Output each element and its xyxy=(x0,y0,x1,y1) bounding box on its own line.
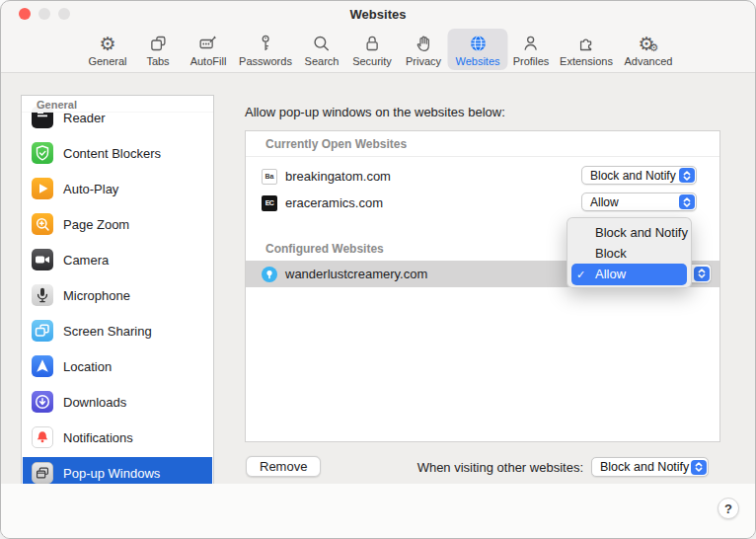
website-domain: breakingatom.com xyxy=(285,169,391,184)
sidebar-section-header: General xyxy=(22,96,213,113)
sidebar-item-page-zoom[interactable]: Page Zoom xyxy=(23,208,212,240)
autofill-icon xyxy=(198,33,218,54)
globe-icon xyxy=(468,33,488,54)
sidebar-item-content-blockers[interactable]: Content Blockers xyxy=(23,137,212,169)
hand-icon xyxy=(414,33,433,54)
gears-icon: ⚙⚙ xyxy=(639,33,659,54)
pane-heading: Allow pop-up windows on the websites bel… xyxy=(245,105,505,119)
tab-websites[interactable]: Websites xyxy=(447,29,507,70)
checkmark-icon: ✓ xyxy=(576,264,585,285)
menu-item-block-and-notify[interactable]: Block and Notify xyxy=(571,222,687,243)
sidebar-item-label: Microphone xyxy=(63,288,130,303)
popup-breakingatom-policy[interactable]: Block and Notify xyxy=(581,166,697,185)
other-websites-label: When visiting other websites: xyxy=(417,460,583,475)
sidebar-item-label: Downloads xyxy=(63,395,126,410)
stepper-icon xyxy=(679,194,695,209)
sidebar-item-label: Camera xyxy=(63,253,109,268)
sidebar-item-label: Content Blockers xyxy=(63,146,161,161)
key-icon xyxy=(256,33,275,54)
person-icon xyxy=(521,33,541,54)
popup-value: Allow xyxy=(582,195,679,209)
zoom-plus-icon xyxy=(32,213,53,235)
window-title: Websites xyxy=(1,1,755,27)
sidebar-item-screen-sharing[interactable]: Screen Sharing xyxy=(23,315,212,346)
screens-icon xyxy=(32,320,53,342)
window-footer: ? xyxy=(1,484,755,538)
help-button[interactable]: ? xyxy=(718,498,739,519)
tab-autofill[interactable]: AutoFill xyxy=(183,29,235,70)
tab-search[interactable]: Search xyxy=(297,29,347,70)
eraceramics-favicon: EC xyxy=(262,195,277,211)
microphone-icon xyxy=(32,284,53,306)
section-title-configured: Configured Websites xyxy=(265,242,384,256)
tab-passwords[interactable]: Passwords xyxy=(231,29,300,70)
tab-extensions[interactable]: Extensions xyxy=(552,29,621,70)
camera-icon xyxy=(32,249,53,270)
sidebar-item-label: Pop-up Windows xyxy=(63,466,160,481)
sidebar-item-label: Page Zoom xyxy=(63,217,129,232)
tab-tabs[interactable]: Tabs xyxy=(138,29,177,70)
settings-toolbar: ⚙ General Tabs Auto xyxy=(1,27,755,72)
sidebar-item-microphone[interactable]: Microphone xyxy=(23,279,212,311)
puzzle-icon xyxy=(576,33,596,54)
tab-profiles[interactable]: Profiles xyxy=(505,29,558,70)
titlebar: Websites xyxy=(1,1,755,27)
menu-item-block[interactable]: Block xyxy=(571,243,687,264)
tabs-icon xyxy=(148,33,168,54)
sidebar-item-label: Auto-Play xyxy=(63,182,118,196)
gear-icon: ⚙ xyxy=(99,33,115,54)
tab-advanced[interactable]: ⚙⚙ Advanced xyxy=(617,29,681,70)
sidebar-item-location[interactable]: Location xyxy=(23,350,212,382)
tab-privacy[interactable]: Privacy xyxy=(398,29,449,70)
sidebar-item-pop-up-windows[interactable]: Pop-up Windows xyxy=(23,457,212,487)
remove-button[interactable]: Remove xyxy=(246,456,321,477)
safari-settings-window: Websites ⚙ General Tabs xyxy=(0,0,756,539)
popup-other-websites-policy[interactable]: Block and Notify xyxy=(591,457,709,477)
section-separator xyxy=(246,156,719,157)
tab-security[interactable]: Security xyxy=(344,29,400,70)
popup-value: Block and Notify xyxy=(592,460,691,474)
section-title-currently-open: Currently Open Websites xyxy=(265,137,407,151)
bell-icon xyxy=(32,426,53,448)
stepper-icon xyxy=(691,460,707,475)
policy-dropdown-menu: Block and Notify Block ✓ Allow xyxy=(567,217,692,288)
wanderlustcreamery-favicon xyxy=(262,267,277,282)
sidebar-item-label: Notifications xyxy=(63,430,133,445)
stepper-icon xyxy=(694,267,710,281)
sidebar-item-label: Location xyxy=(63,359,112,374)
website-domain: eraceramics.com xyxy=(285,195,383,210)
tab-general[interactable]: ⚙ General xyxy=(80,29,134,70)
lock-icon xyxy=(362,33,382,54)
sidebar-item-downloads[interactable]: Downloads xyxy=(23,386,212,418)
stepper-icon xyxy=(679,168,695,183)
shield-check-icon xyxy=(32,142,53,164)
sidebar-item-label: Screen Sharing xyxy=(63,324,152,339)
play-icon xyxy=(32,178,53,199)
popup-eraceramics-policy[interactable]: Allow xyxy=(581,192,697,211)
sidebar-item-camera[interactable]: Camera xyxy=(23,244,212,275)
sidebar-item-auto-play[interactable]: Auto-Play xyxy=(23,173,212,204)
website-domain: wanderlustcreamery.com xyxy=(285,267,427,281)
websites-sidebar: General Reader Content Blockers xyxy=(21,95,214,487)
location-arrow-icon xyxy=(32,355,53,377)
popup-value: Block and Notify xyxy=(582,169,679,183)
menu-item-allow[interactable]: ✓ Allow xyxy=(571,264,687,285)
content-area: General Reader Content Blockers xyxy=(1,72,755,486)
breakingatom-favicon: Ba xyxy=(262,169,277,185)
sidebar-item-notifications[interactable]: Notifications xyxy=(23,422,212,453)
download-circle-icon xyxy=(32,391,53,413)
magnifier-icon xyxy=(312,33,332,54)
popup-windows-icon xyxy=(32,462,53,484)
